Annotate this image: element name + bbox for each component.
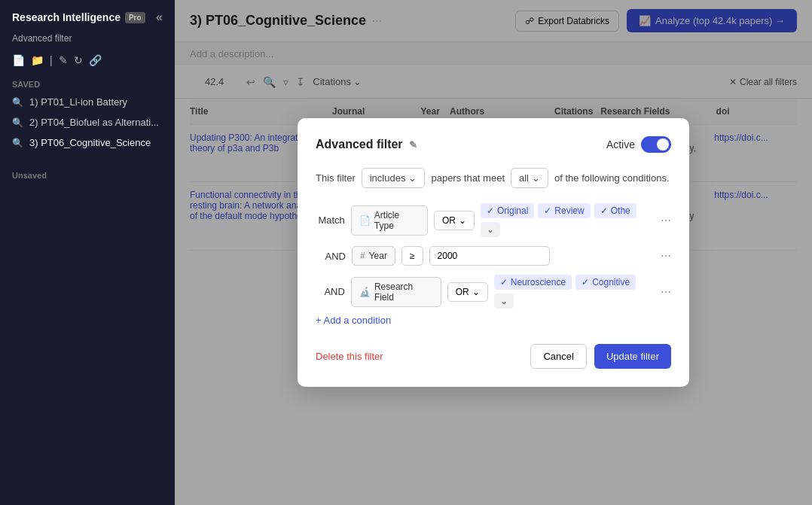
chevron-down-icon-all: ⌄ <box>532 172 540 184</box>
this-filter-text: This filter <box>316 172 356 184</box>
active-label: Active <box>606 138 635 151</box>
condition-3-field[interactable]: 🔬 Research Field <box>351 277 441 307</box>
add-condition-label: + Add a condition <box>316 315 391 326</box>
delete-filter-button[interactable]: Delete this filter <box>316 351 383 362</box>
tag-check-icon-5: ✓ <box>582 277 589 287</box>
condition-3-op[interactable]: OR ⌄ <box>447 282 488 302</box>
condition-1-field[interactable]: 📄 Article Type <box>351 205 428 236</box>
collapse-icon[interactable]: « <box>156 11 163 24</box>
search-icon-sm-2: 🔍 <box>12 117 23 128</box>
condition-1-prefix: Match <box>316 214 345 226</box>
sidebar-subtitle: Advanced filter <box>0 30 175 51</box>
modal-edit-icon[interactable]: ✎ <box>409 139 417 151</box>
chevron-down-icon-tags3: ⌄ <box>500 296 508 306</box>
modal-title-text: Advanced filter <box>316 138 403 151</box>
chevron-down-icon-tags1: ⌄ <box>487 224 494 235</box>
saved-section-label: Saved <box>0 74 175 92</box>
divider: | <box>50 54 53 66</box>
article-type-icon: 📄 <box>359 215 371 226</box>
footer-right: Cancel Update filter <box>530 344 671 369</box>
tag-more-1[interactable]: ⌄ <box>481 222 500 237</box>
condition-1-field-label: Article Type <box>374 210 420 231</box>
update-filter-button[interactable]: Update filter <box>594 344 671 369</box>
condition-3-prefix: AND <box>316 286 345 297</box>
app-title: Research Intelligence <box>12 11 121 23</box>
sidebar-item-1[interactable]: 🔍 1) PT01_Li-ion Battery <box>0 92 175 112</box>
tag-neuroscience-label: Neuroscience <box>511 277 566 287</box>
condition-2: AND # Year ≥ ⋯ <box>316 246 671 266</box>
condition-2-op-label: ≥ <box>410 251 415 261</box>
modal-overlay: Advanced filter ✎ Active This filter inc… <box>175 0 812 505</box>
condition-3: AND 🔬 Research Field OR ⌄ ✓ <box>316 275 671 309</box>
main-content: 3) PT06_Cognitive_Science ⋯ ☍ Export Dat… <box>175 0 812 505</box>
filter-sentence: This filter includes ⌄ papers that meet … <box>316 168 671 188</box>
year-input[interactable] <box>429 246 550 266</box>
chevron-down-icon-includes: ⌄ <box>408 172 417 184</box>
new-icon[interactable]: 📄 <box>12 54 25 66</box>
search-icon-sm: 🔍 <box>12 97 23 108</box>
tag-check-icon-3: ✓ <box>600 205 608 216</box>
chevron-down-icon-op3: ⌄ <box>472 287 480 297</box>
papers-label: papers that meet <box>431 172 505 184</box>
condition-2-field-label: Year <box>369 251 387 261</box>
modal-title: Advanced filter ✎ <box>316 138 417 151</box>
conditions-list: Match 📄 Article Type OR ⌄ ✓ <box>316 203 671 309</box>
condition-3-tags: ✓ Neuroscience ✓ Cognitive ⌄ <box>494 275 655 309</box>
condition-2-op[interactable]: ≥ <box>401 246 423 266</box>
sidebar-item-label-1: 1) PT01_Li-ion Battery <box>29 96 127 108</box>
condition-2-more[interactable]: ⋯ <box>661 250 671 262</box>
includes-label: includes <box>370 172 406 184</box>
sidebar-item-label-2: 2) PT04_Biofuel as Alternati... <box>29 117 159 128</box>
share-icon[interactable]: 🔗 <box>89 54 102 66</box>
sidebar-item-2[interactable]: 🔍 2) PT04_Biofuel as Alternati... <box>0 112 175 132</box>
tag-review[interactable]: ✓ Review <box>538 203 590 218</box>
condition-2-field[interactable]: # Year <box>352 246 395 266</box>
condition-1-op-label: OR <box>442 215 456 226</box>
folder-icon[interactable]: 📁 <box>31 54 44 66</box>
active-toggle-row: Active <box>606 136 671 153</box>
condition-3-field-label: Research Field <box>374 281 433 303</box>
year-icon: # <box>360 251 365 261</box>
tag-neuroscience[interactable]: ✓ Neuroscience <box>494 275 572 290</box>
active-toggle[interactable] <box>641 136 671 153</box>
condition-1: Match 📄 Article Type OR ⌄ ✓ <box>316 203 671 237</box>
tag-check-icon: ✓ <box>487 205 494 216</box>
chevron-down-icon-op1: ⌄ <box>459 215 466 226</box>
cancel-button[interactable]: Cancel <box>530 344 586 369</box>
tag-original[interactable]: ✓ Original <box>481 203 534 218</box>
condition-1-more[interactable]: ⋯ <box>661 214 671 227</box>
sidebar-icons: 📄 📁 | ✎ ↻ 🔗 <box>0 51 175 74</box>
tag-check-icon-4: ✓ <box>500 277 508 287</box>
condition-3-more[interactable]: ⋯ <box>661 286 671 298</box>
condition-1-tags: ✓ Original ✓ Review ✓ Othe <box>481 203 655 237</box>
tag-original-label: Original <box>497 205 528 216</box>
add-condition-button[interactable]: + Add a condition <box>316 315 671 326</box>
tag-check-icon-2: ✓ <box>544 205 551 216</box>
edit-icon[interactable]: ✎ <box>59 54 68 66</box>
tag-cognitive[interactable]: ✓ Cognitive <box>575 275 636 290</box>
condition-2-prefix: AND <box>316 251 346 262</box>
condition-1-op[interactable]: OR ⌄ <box>434 211 475 230</box>
tag-cognitive-label: Cognitive <box>592 277 630 287</box>
tag-other-label: Othe <box>611 205 630 216</box>
pro-badge: Pro <box>125 12 145 23</box>
sidebar-item-3[interactable]: 🔍 3) PT06_Cognitive_Science <box>0 132 175 153</box>
unsaved-section-label: Unsaved <box>0 165 175 183</box>
modal-header: Advanced filter ✎ Active <box>316 136 671 153</box>
condition-3-op-label: OR <box>456 287 469 297</box>
research-field-icon: 🔬 <box>359 287 371 297</box>
tag-other[interactable]: ✓ Othe <box>594 203 636 218</box>
history-icon[interactable]: ↻ <box>74 54 83 66</box>
tag-more-3[interactable]: ⌄ <box>494 294 514 309</box>
sidebar-header: Research Intelligence Pro « <box>0 0 175 30</box>
search-icon-sm-3: 🔍 <box>12 138 23 148</box>
modal-footer: Delete this filter Cancel Update filter <box>316 344 671 369</box>
sidebar-title: Research Intelligence Pro <box>12 11 145 23</box>
includes-select[interactable]: includes ⌄ <box>362 168 426 188</box>
advanced-filter-modal: Advanced filter ✎ Active This filter inc… <box>298 118 689 387</box>
tag-review-label: Review <box>554 205 584 216</box>
sidebar: Research Intelligence Pro « Advanced fil… <box>0 0 175 505</box>
all-select[interactable]: all ⌄ <box>511 168 548 188</box>
conditions-label: of the following conditions. <box>554 172 669 184</box>
sidebar-item-label-3: 3) PT06_Cognitive_Science <box>29 137 151 148</box>
